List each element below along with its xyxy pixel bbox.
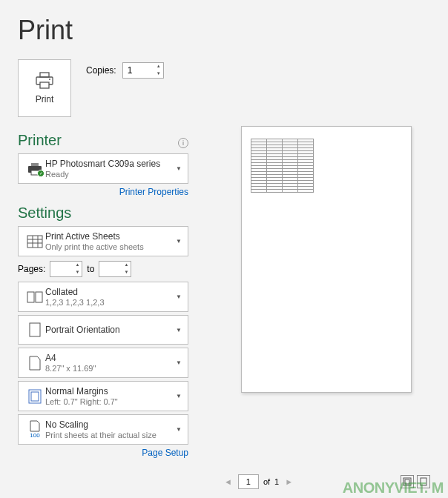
info-icon[interactable]: i <box>178 138 188 148</box>
printer-select[interactable]: ✓ HP Photosmart C309a series Ready ▼ <box>18 153 188 184</box>
preview-page <box>241 126 412 393</box>
status-ok-icon: ✓ <box>37 170 45 177</box>
pages-from-input[interactable]: ▲▼ <box>50 261 82 277</box>
print-button[interactable]: Print <box>18 59 71 117</box>
svg-rect-3 <box>40 82 49 88</box>
margins-icon <box>28 389 42 404</box>
spin-up-icon[interactable]: ▲ <box>154 63 163 70</box>
orientation-select[interactable]: Portrait Orientation ▼ <box>18 315 188 345</box>
copies-label: Copies: <box>86 65 116 76</box>
pages-to-input[interactable]: ▲▼ <box>99 261 131 277</box>
spin-down-icon[interactable]: ▼ <box>154 70 163 78</box>
current-page-input[interactable] <box>238 474 259 489</box>
total-pages: 1 <box>274 477 279 486</box>
printer-properties-link[interactable]: Printer Properties <box>18 187 188 197</box>
svg-rect-5 <box>31 163 39 166</box>
page-icon <box>29 356 41 371</box>
pages-label: Pages: <box>18 264 45 274</box>
chevron-down-icon: ▼ <box>171 238 182 245</box>
chevron-down-icon: ▼ <box>171 393 182 399</box>
page-setup-link[interactable]: Page Setup <box>18 448 188 458</box>
pages-to-label: to <box>87 264 94 274</box>
svg-rect-7 <box>27 236 42 248</box>
chevron-down-icon: ▼ <box>171 293 182 300</box>
chevron-down-icon: ▼ <box>171 426 182 433</box>
preview-content <box>251 139 314 193</box>
svg-rect-0 <box>40 73 49 77</box>
printer-heading: Printer <box>18 132 62 149</box>
collation-select[interactable]: Collated 1,2,3 1,2,3 1,2,3 ▼ <box>18 282 188 312</box>
svg-rect-14 <box>30 323 40 336</box>
chevron-down-icon: ▼ <box>171 359 182 366</box>
of-label: of <box>263 477 270 486</box>
paper-size-select[interactable]: A4 8.27" x 11.69" ▼ <box>18 348 188 378</box>
chevron-down-icon: ▼ <box>171 327 182 333</box>
portrait-icon <box>29 322 41 337</box>
next-page-button[interactable]: ► <box>283 476 294 488</box>
prev-page-button[interactable]: ◄ <box>223 476 234 488</box>
margins-select[interactable]: Normal Margins Left: 0.7" Right: 0.7" ▼ <box>18 381 188 411</box>
svg-point-2 <box>49 79 50 80</box>
copies-input[interactable]: 1 ▲▼ <box>122 62 164 79</box>
watermark: ANONYVIET. M <box>343 479 444 497</box>
sheets-icon <box>27 235 43 248</box>
svg-rect-12 <box>27 292 34 302</box>
chevron-down-icon: ▼ <box>171 165 182 172</box>
page-title: Print <box>18 15 430 46</box>
printer-icon <box>34 72 55 90</box>
settings-heading: Settings <box>18 205 188 222</box>
collated-icon <box>27 291 43 303</box>
print-preview <box>223 126 430 393</box>
print-area-select[interactable]: Print Active Sheets Only print the activ… <box>18 226 188 256</box>
svg-rect-16 <box>31 392 39 401</box>
scaling-select[interactable]: 100 No Scaling Print sheets at their act… <box>18 414 188 445</box>
svg-rect-13 <box>36 292 42 302</box>
scaling-icon <box>30 420 40 432</box>
